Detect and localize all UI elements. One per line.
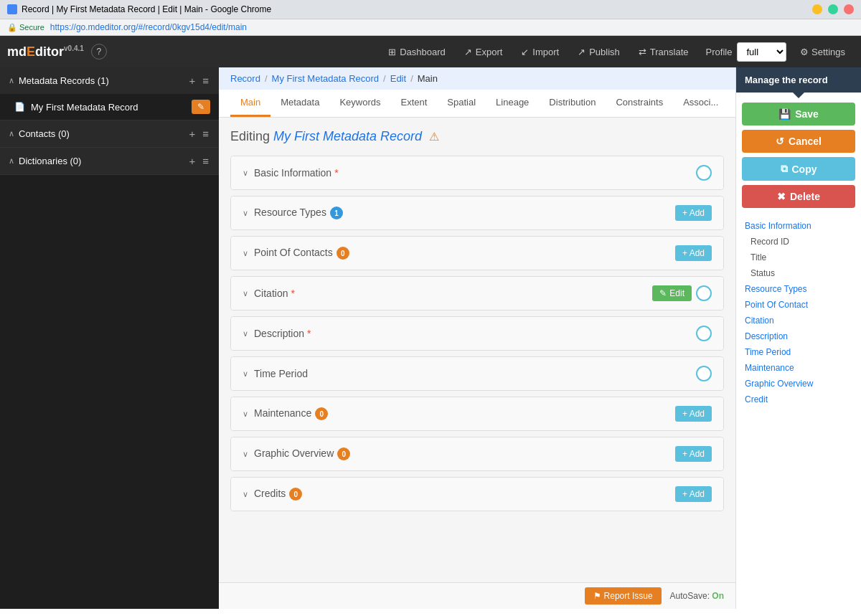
sidebar-section-header-dictionaries[interactable]: ∧ Dictionaries (0) + ≡	[0, 148, 219, 174]
nav-link-citation[interactable]: Citation	[736, 313, 861, 328]
main-area: ∧ Metadata Records (1) + ≡ 📄 My First Me…	[0, 67, 861, 609]
breadcrumb-my-first-record[interactable]: My First Metadata Record	[272, 73, 380, 84]
sidebar-item-my-first-record[interactable]: 📄 My First Metadata Record ✎	[0, 94, 219, 120]
add-credits-button[interactable]: + Add	[675, 486, 712, 502]
section-header-credits[interactable]: ∨ Credits0 + Add	[231, 478, 723, 511]
section-title-citation: Citation*	[254, 288, 652, 299]
nav-link-time-period[interactable]: Time Period	[736, 344, 861, 360]
tab-extent[interactable]: Extent	[390, 90, 437, 117]
delete-icon: ✖	[777, 191, 786, 202]
tab-metadata[interactable]: Metadata	[270, 90, 329, 117]
delete-button[interactable]: ✖ Delete	[742, 185, 855, 208]
address-url[interactable]: https://go.mdeditor.org/#/record/0kgv15d…	[50, 22, 247, 32]
tab-main[interactable]: Main	[230, 90, 270, 117]
lock-icon: 🔒	[7, 23, 17, 32]
sidebar-contacts-actions: + ≡	[187, 128, 210, 140]
nav-link-credit[interactable]: Credit	[736, 392, 861, 407]
section-header-description[interactable]: ∨ Description*	[231, 317, 723, 350]
section-resource-types: ∨ Resource Types1 + Add	[230, 196, 724, 230]
add-maintenance-button[interactable]: + Add	[675, 406, 712, 422]
section-header-maintenance[interactable]: ∨ Maintenance0 + Add	[231, 397, 723, 430]
sidebar-metadata-title: Metadata Records (1)	[19, 75, 187, 86]
metadata-records-menu-button[interactable]: ≡	[201, 75, 210, 87]
section-title-resource-types: Resource Types1	[254, 207, 675, 220]
tab-keywords[interactable]: Keywords	[329, 90, 390, 117]
nav-dashboard[interactable]: ⊞ Dashboard	[380, 42, 454, 62]
nav-translate[interactable]: ⇄ Translate	[630, 42, 697, 62]
edit-citation-button[interactable]: ✎ Edit	[652, 285, 692, 301]
nav-link-resource-types[interactable]: Resource Types	[736, 281, 861, 297]
nav-import-label: Import	[532, 47, 559, 57]
tab-constraints[interactable]: Constraints	[606, 90, 673, 117]
profile-select[interactable]: full basic	[737, 42, 786, 62]
nav-link-maintenance[interactable]: Maintenance	[736, 360, 861, 376]
section-actions-maintenance: + Add	[675, 406, 712, 422]
nav-import[interactable]: ↙ Import	[512, 42, 568, 62]
nav-link-record-id[interactable]: Record ID	[736, 234, 861, 250]
section-header-graphic-overview[interactable]: ∨ Graphic Overview0 + Add	[231, 437, 723, 470]
section-header-resource-types[interactable]: ∨ Resource Types1 + Add	[231, 196, 723, 229]
add-graphic-overview-button[interactable]: + Add	[675, 446, 712, 462]
sidebar-metadata-actions: + ≡	[187, 75, 210, 87]
sidebar-section-header-metadata[interactable]: ∧ Metadata Records (1) + ≡	[0, 67, 219, 94]
sidebar-contacts-title: Contacts (0)	[19, 128, 187, 139]
nav-link-basic-info[interactable]: Basic Information	[736, 218, 861, 234]
section-maintenance: ∨ Maintenance0 + Add	[230, 397, 724, 431]
dictionaries-menu-button[interactable]: ≡	[201, 155, 210, 167]
add-metadata-record-button[interactable]: +	[187, 75, 197, 87]
record-icon: 📄	[14, 102, 25, 112]
maximize-button[interactable]: □	[828, 4, 838, 14]
section-graphic-overview: ∨ Graphic Overview0 + Add	[230, 437, 724, 471]
nav-publish[interactable]: ↗ Publish	[569, 42, 629, 62]
section-header-basic-info[interactable]: ∨ Basic Information*	[231, 156, 723, 189]
circle-button-citation[interactable]	[696, 285, 712, 301]
badge-credits: 0	[289, 488, 302, 501]
copy-button[interactable]: ⧉ Copy	[742, 157, 855, 181]
secure-label: Secure	[19, 23, 44, 32]
nav-link-title[interactable]: Title	[736, 250, 861, 265]
sidebar-section-dictionaries: ∧ Dictionaries (0) + ≡	[0, 148, 219, 175]
section-header-citation[interactable]: ∨ Citation* ✎ Edit	[231, 277, 723, 310]
add-dictionary-button[interactable]: +	[187, 155, 197, 167]
nav-link-description[interactable]: Description	[736, 328, 861, 344]
sidebar-section-header-contacts[interactable]: ∧ Contacts (0) + ≡	[0, 120, 219, 147]
section-header-time-period[interactable]: ∨ Time Period	[231, 357, 723, 390]
minimize-button[interactable]: —	[812, 4, 822, 14]
section-header-point-of-contacts[interactable]: ∨ Point Of Contacts0 + Add	[231, 237, 723, 270]
circle-button-time-period[interactable]	[696, 366, 712, 382]
tab-bar: Main Metadata Keywords Extent Spatial Li…	[219, 90, 735, 118]
tab-lineage[interactable]: Lineage	[486, 90, 539, 117]
breadcrumb-edit[interactable]: Edit	[390, 73, 406, 84]
section-actions-time-period	[696, 366, 712, 382]
section-title-description: Description*	[254, 328, 696, 339]
record-edit-button[interactable]: ✎	[192, 100, 210, 114]
nav-link-point-of-contact[interactable]: Point Of Contact	[736, 297, 861, 313]
nav-link-graphic-overview[interactable]: Graphic Overview	[736, 376, 861, 392]
save-button[interactable]: 💾 Save	[742, 103, 855, 125]
section-title-point-of-contacts: Point Of Contacts0	[254, 247, 675, 260]
save-label: Save	[795, 108, 819, 120]
breadcrumb-record[interactable]: Record	[230, 73, 260, 84]
sidebar-dictionaries-title: Dictionaries (0)	[19, 156, 187, 166]
tab-associ[interactable]: Associ...	[673, 90, 728, 117]
add-resource-type-button[interactable]: + Add	[675, 205, 712, 221]
section-actions-graphic-overview: + Add	[675, 446, 712, 462]
nav-publish-label: Publish	[589, 47, 620, 57]
add-contact-button[interactable]: +	[187, 128, 197, 140]
browser-favicon	[7, 4, 17, 14]
autosave-status: On	[712, 591, 724, 601]
help-button[interactable]: ?	[91, 44, 107, 60]
tab-spatial[interactable]: Spatial	[437, 90, 486, 117]
cancel-button[interactable]: ↺ Cancel	[742, 130, 855, 153]
tab-distribution[interactable]: Distribution	[539, 90, 606, 117]
nav-export[interactable]: ↗ Export	[456, 42, 512, 62]
secure-badge: 🔒 Secure	[7, 23, 44, 32]
circle-button-basic-info[interactable]	[696, 165, 712, 181]
report-issue-button[interactable]: ⚑ Report Issue	[585, 587, 662, 605]
nav-link-status[interactable]: Status	[736, 265, 861, 281]
close-button[interactable]: ✕	[844, 4, 854, 14]
circle-button-description[interactable]	[696, 326, 712, 341]
settings-button[interactable]: ⚙ Settings	[791, 42, 854, 62]
contacts-menu-button[interactable]: ≡	[201, 128, 210, 140]
add-contact-section-button[interactable]: + Add	[675, 245, 712, 261]
